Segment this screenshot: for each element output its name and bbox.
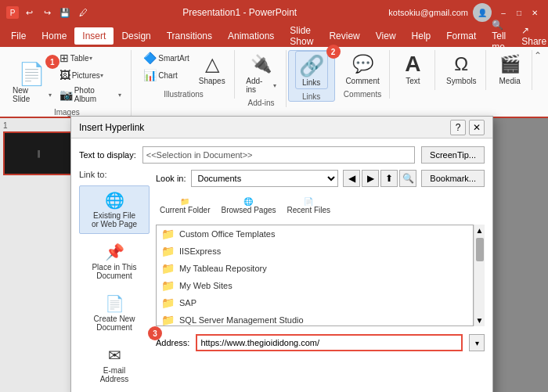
save-button[interactable]: 💾 — [57, 5, 73, 20]
slide-panel: 1 ▐ — [0, 118, 78, 392]
nav-email[interactable]: ✉ E-mail Address — [79, 340, 150, 389]
ribbon-group-media: 🎬 Media — [488, 50, 532, 90]
file-nav-tabs: 📁 Current Folder 🌐 Browsed Pages 📄 Recen… — [156, 192, 485, 220]
dialog-close-button[interactable]: ✕ — [469, 120, 485, 135]
screentip-button[interactable]: ScreenTip... — [421, 146, 485, 164]
ribbon-group-symbols-items: Ω Symbols — [443, 50, 479, 87]
menu-bar: File Home Insert Design Transitions Anim… — [0, 25, 548, 47]
folder-icon-2: 📁 — [161, 262, 175, 275]
list-item[interactable]: 📁 Custom Office Templates — [157, 225, 473, 243]
menu-animations[interactable]: Animations — [220, 27, 282, 45]
nav-place-in-doc[interactable]: 📌 Place in This Document — [79, 237, 150, 286]
shapes-button[interactable]: △ Shapes — [196, 50, 229, 87]
look-in-select[interactable]: Documents — [191, 170, 339, 187]
address-dropdown-button[interactable]: ▾ — [469, 334, 485, 351]
dialog-title: Insert Hyperlink — [79, 122, 144, 133]
undo-button[interactable]: ↩ — [21, 5, 37, 20]
menu-help[interactable]: Help — [404, 27, 439, 45]
email-icon: ✉ — [108, 346, 121, 365]
smartart-button[interactable]: 🔷 SmartArt — [139, 50, 193, 66]
addins-label: Add-ins — [246, 77, 272, 94]
links-button[interactable]: 🔗 Links — [295, 51, 328, 89]
scroll-thumb[interactable] — [476, 238, 484, 261]
current-folder-btn[interactable]: 📁 Current Folder — [156, 192, 214, 220]
file-list-container: 📁 Custom Office Templates 📁 IISExpress 📁… — [156, 225, 485, 326]
ribbon-group-links: 🔗 Links Links 2 — [288, 50, 335, 102]
table-button[interactable]: ⊞ Table ▾ — [56, 50, 124, 66]
new-slide-label: New Slide — [13, 86, 48, 103]
comment-icon: 💬 — [350, 52, 375, 77]
links-group-label: Links — [302, 91, 320, 101]
ribbon-group-illustrations: 🔷 SmartArt 📊 Chart △ Shapes Illustration… — [133, 50, 236, 99]
menu-slideshow[interactable]: Slide Show — [282, 22, 321, 50]
list-item[interactable]: 📁 My Tableau Repository — [157, 260, 473, 277]
media-button[interactable]: 🎬 Media — [494, 50, 525, 87]
menu-review[interactable]: Review — [321, 27, 367, 45]
redo-button[interactable]: ↪ — [39, 5, 55, 20]
ribbon-group-links-items: 🔗 Links — [295, 51, 328, 89]
scroll-down-button[interactable]: ▼ — [474, 315, 485, 326]
recent-files-icon: 📄 — [304, 197, 313, 206]
badge-1: 1 — [45, 55, 59, 69]
pictures-button[interactable]: 🖼 Pictures ▾ — [56, 67, 124, 83]
addins-label-row: Add-ins ▾ — [246, 77, 276, 94]
list-item[interactable]: 📁 IISExpress — [157, 243, 473, 260]
menu-view[interactable]: View — [368, 27, 404, 45]
list-item[interactable]: 📁 SAP — [157, 294, 473, 311]
ribbon-collapse[interactable]: ⌃ — [534, 50, 545, 61]
ribbon-group-addins-items: 🔌 Add-ins ▾ — [243, 50, 279, 95]
nav-create-new[interactable]: 📄 Create New Document — [79, 289, 150, 337]
bookmark-button[interactable]: Bookmark... — [421, 170, 485, 187]
file-list-scrollbar[interactable]: ▲ ▼ — [474, 225, 485, 326]
nav-existing-file[interactable]: 🌐 Existing File or Web Page — [79, 185, 150, 234]
chart-button[interactable]: 📊 Chart — [139, 67, 193, 83]
look-up-button[interactable]: ⬆ — [380, 170, 398, 187]
scroll-up-button[interactable]: ▲ — [474, 225, 485, 236]
chart-icon: 📊 — [143, 69, 157, 81]
list-item[interactable]: 📁 My Web Sites — [157, 277, 473, 294]
text-display-input[interactable] — [142, 146, 415, 164]
pictures-arrow: ▾ — [100, 72, 103, 79]
user-email: kotsokiu@gmail.com — [388, 8, 468, 17]
share-button[interactable]: ↗ Share — [514, 22, 548, 50]
place-in-doc-label: Place in This Document — [92, 263, 136, 280]
text-button[interactable]: A Text — [397, 50, 428, 87]
comment-button[interactable]: 💬 Comment — [342, 50, 382, 87]
table-label: Table — [70, 54, 89, 63]
menu-design[interactable]: Design — [114, 27, 158, 45]
look-in-row: Look in: Documents ◀ ▶ ⬆ 🔍 Bookmark... — [156, 170, 485, 187]
dialog-help-button[interactable]: ? — [450, 120, 466, 135]
symbols-icon: Ω — [449, 52, 474, 77]
look-in-label: Look in: — [156, 174, 186, 183]
look-forward-button[interactable]: ▶ — [362, 170, 379, 187]
look-back-button[interactable]: ◀ — [343, 170, 360, 187]
file-name-2: My Tableau Repository — [179, 264, 267, 273]
maximize-button[interactable]: □ — [512, 5, 526, 20]
file-list[interactable]: 📁 Custom Office Templates 📁 IISExpress 📁… — [156, 225, 474, 326]
photo-album-button[interactable]: 📷 Photo Album ▾ — [56, 85, 124, 105]
addins-arrow: ▾ — [273, 82, 276, 89]
new-slide-icon: 📄 — [20, 61, 45, 86]
addins-button[interactable]: 🔌 Add-ins ▾ — [243, 50, 279, 95]
menu-home[interactable]: Home — [34, 27, 74, 45]
list-item[interactable]: 📁 SQL Server Management Studio — [157, 311, 473, 326]
customize-button[interactable]: 🖊 — [75, 5, 91, 20]
slide-thumbnail[interactable]: ▐ — [3, 131, 72, 175]
recent-files-btn[interactable]: 📄 Recent Files — [283, 192, 335, 220]
existing-file-label: Existing File or Web Page — [92, 211, 137, 228]
ribbon-group-text-items: A Text — [397, 50, 428, 87]
menu-format[interactable]: Format — [438, 27, 484, 45]
ribbon-group-slides: 📄 New Slide ▾ 1 ⊞ Table ▾ 🖼 Pictures ▾ — [3, 50, 132, 117]
table-icon: ⊞ — [59, 52, 69, 64]
menu-transitions[interactable]: Transitions — [159, 27, 220, 45]
look-in-buttons: ◀ ▶ ⬆ 🔍 — [343, 170, 416, 187]
symbols-button[interactable]: Ω Symbols — [443, 50, 479, 87]
browsed-pages-btn[interactable]: 🌐 Browsed Pages — [217, 192, 279, 220]
menu-insert[interactable]: Insert — [74, 27, 114, 45]
address-input[interactable] — [196, 334, 463, 351]
close-button[interactable]: ✕ — [528, 5, 542, 20]
dialog-title-bar: Insert Hyperlink ? ✕ — [71, 117, 492, 138]
menu-file[interactable]: File — [3, 27, 34, 45]
new-slide-button[interactable]: 📄 New Slide ▾ 1 — [9, 59, 55, 105]
look-search-button[interactable]: 🔍 — [399, 170, 416, 187]
